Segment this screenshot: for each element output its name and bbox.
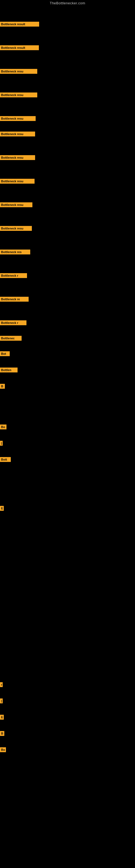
- bottleneck-result-bar[interactable]: Bott: [0, 457, 11, 462]
- bottleneck-result-bar[interactable]: Bottleneck result: [0, 45, 39, 50]
- bottleneck-result-bar[interactable]: Bo: [0, 425, 6, 429]
- bar-row: Bot: [0, 351, 10, 356]
- bar-row: Bo: [0, 425, 6, 429]
- bar-row: Bottlenec: [0, 336, 21, 341]
- bar-row: Bottleneck r: [0, 320, 27, 325]
- bar-row: Bottleneck res: [0, 250, 30, 254]
- bar-row: Bottleneck result: [0, 22, 39, 27]
- bottleneck-result-bar[interactable]: Bottleneck resu: [0, 116, 36, 121]
- bar-row: Bottleneck resu: [0, 116, 36, 121]
- bottleneck-result-bar[interactable]: Bottleneck resu: [0, 155, 35, 160]
- bar-row: Bottleneck result: [0, 45, 39, 50]
- bar-row: B: [0, 384, 5, 389]
- bar-row: Bottleneck resu: [0, 131, 35, 136]
- bottleneck-result-bar[interactable]: Bot: [0, 351, 10, 356]
- bottleneck-result-bar[interactable]: Bottleneck r: [0, 273, 27, 278]
- bottleneck-result-bar[interactable]: E: [0, 506, 4, 511]
- bottleneck-result-bar[interactable]: Bottleneck resu: [0, 69, 37, 74]
- bottleneck-result-bar[interactable]: Bottleneck re: [0, 297, 29, 302]
- bar-row: Bottleneck resu: [0, 226, 32, 231]
- bar-row: E: [0, 506, 4, 511]
- bottleneck-result-bar[interactable]: Bottleneck resu: [0, 179, 35, 184]
- bottleneck-result-bar[interactable]: Bottleneck resu: [0, 131, 35, 136]
- bottleneck-result-bar[interactable]: B: [0, 731, 4, 736]
- bar-row: E: [0, 715, 4, 720]
- bar-row: Bottleneck resu: [0, 203, 32, 207]
- bar-row: |: [0, 441, 3, 446]
- bar-row: |: [0, 699, 3, 703]
- bottleneck-result-bar[interactable]: Bottlen: [0, 368, 17, 372]
- bottleneck-result-bar[interactable]: E: [0, 715, 4, 720]
- bottleneck-result-bar[interactable]: |: [0, 699, 3, 703]
- bottleneck-result-bar[interactable]: |: [0, 441, 3, 446]
- bottleneck-result-bar[interactable]: Bottleneck result: [0, 22, 39, 27]
- bottleneck-result-bar[interactable]: Bottleneck r: [0, 320, 27, 325]
- bar-row: Bottleneck resu: [0, 179, 35, 184]
- bottleneck-result-bar[interactable]: Bottleneck resu: [0, 203, 32, 207]
- bottleneck-result-bar[interactable]: B: [0, 384, 5, 389]
- bottleneck-result-bar[interactable]: Bottleneck resu: [0, 226, 32, 231]
- bar-row: r: [0, 682, 3, 687]
- bar-row: Bottleneck resu: [0, 69, 37, 74]
- bar-row: Bottleneck r: [0, 273, 27, 278]
- bar-row: Bott: [0, 457, 11, 462]
- bottleneck-result-bar[interactable]: Bottlenec: [0, 336, 21, 341]
- bar-row: Bottleneck resu: [0, 155, 35, 160]
- bottleneck-result-bar[interactable]: r: [0, 682, 3, 687]
- bar-row: B: [0, 731, 4, 736]
- bottleneck-result-bar[interactable]: Bo: [0, 747, 6, 752]
- bottleneck-result-bar[interactable]: Bottleneck resu: [0, 93, 37, 97]
- bottleneck-result-bar[interactable]: Bottleneck res: [0, 250, 30, 254]
- bar-row: Bo: [0, 747, 6, 752]
- bar-row: Bottleneck re: [0, 297, 29, 302]
- site-title: TheBottlenecker.com: [0, 0, 135, 7]
- bar-row: Bottleneck resu: [0, 93, 37, 97]
- bar-row: Bottlen: [0, 368, 17, 372]
